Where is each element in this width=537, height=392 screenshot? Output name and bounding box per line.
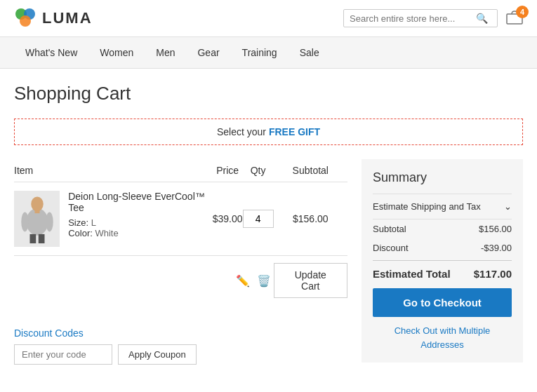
col-header-item: Item — [14, 159, 213, 182]
checkout-button[interactable]: Go to Checkout — [373, 288, 512, 317]
header: LUMA 🔍 4 — [0, 0, 537, 37]
cart-table: Item Price Qty Subtotal — [14, 159, 347, 306]
item-info-cell: Deion Long-Sleeve EverCool™ Tee Size: L … — [14, 191, 213, 247]
estimate-shipping-chevron: ⌄ — [504, 201, 512, 212]
col-header-price: Price — [213, 159, 243, 182]
header-right: 🔍 4 — [343, 9, 523, 27]
nav-item-training[interactable]: Training — [231, 37, 289, 68]
nav-item-gear[interactable]: Gear — [186, 37, 230, 68]
free-gift-prefix: Select your — [217, 126, 269, 137]
subtotal-value: $156.00 — [479, 224, 512, 234]
search-box: 🔍 — [343, 9, 498, 27]
svg-point-7 — [31, 197, 44, 212]
logo[interactable]: LUMA — [14, 7, 93, 29]
svg-rect-9 — [29, 234, 36, 243]
item-qty-cell — [243, 182, 274, 256]
nav-item-whats-new[interactable]: What's New — [14, 37, 88, 68]
cart-icon-wrap[interactable]: 4 — [506, 10, 523, 27]
search-input[interactable] — [350, 13, 476, 24]
svg-point-6 — [46, 212, 53, 231]
apply-coupon-button[interactable]: Apply Coupon — [118, 344, 197, 365]
total-value: $117.00 — [474, 268, 512, 280]
estimate-shipping-label: Estimate Shipping and Tax — [373, 201, 481, 212]
product-image-svg — [16, 194, 58, 243]
svg-rect-8 — [34, 210, 39, 213]
item-name: Deion Long-Sleeve EverCool™ Tee — [68, 191, 213, 213]
estimate-shipping-row[interactable]: Estimate Shipping and Tax ⌄ — [373, 194, 512, 219]
cart-main: Item Price Qty Subtotal — [14, 159, 347, 365]
update-cart-button[interactable]: Update Cart — [274, 263, 347, 298]
item-details: Deion Long-Sleeve EverCool™ Tee Size: L … — [68, 191, 213, 238]
free-gift-banner: Select your FREE GIFT — [14, 119, 523, 145]
discount-value: -$39.00 — [481, 243, 512, 253]
table-row: Deion Long-Sleeve EverCool™ Tee Size: L … — [14, 182, 347, 256]
discount-input-row: Apply Coupon — [14, 344, 347, 365]
item-size: Size: L — [68, 217, 213, 228]
item-subtotal: $156.00 — [274, 182, 347, 256]
update-cart-cell: Update Cart — [274, 256, 347, 307]
summary-box: Summary Estimate Shipping and Tax ⌄ Subt… — [362, 159, 523, 363]
summary-discount-row: Discount -$39.00 — [373, 238, 512, 257]
qty-input[interactable] — [243, 210, 274, 228]
multi-address-link[interactable]: Check Out with Multiple Addresses — [373, 324, 512, 351]
discount-label-summary: Discount — [373, 243, 409, 253]
summary-title: Summary — [373, 170, 512, 185]
nav-item-men[interactable]: Men — [145, 37, 186, 68]
item-image — [14, 191, 60, 247]
logo-text: LUMA — [42, 9, 93, 27]
page-content: Shopping Cart Select your FREE GIFT Item… — [0, 69, 537, 379]
edit-button[interactable]: ✏️ — [236, 274, 250, 288]
logo-icon — [14, 7, 37, 29]
item-color: Color: White — [68, 228, 213, 238]
cart-sidebar: Summary Estimate Shipping and Tax ⌄ Subt… — [362, 159, 523, 365]
search-button[interactable]: 🔍 — [476, 13, 488, 24]
action-icons-cell: ✏️ 🗑️ — [14, 256, 274, 307]
cart-count: 4 — [516, 6, 529, 18]
main-nav: What's New Women Men Gear Training Sale — [0, 37, 537, 69]
total-label: Estimated Total — [373, 268, 451, 280]
summary-subtotal-row: Subtotal $156.00 — [373, 219, 512, 238]
free-gift-link[interactable]: FREE GIFT — [269, 126, 320, 137]
item-price: $39.00 — [213, 182, 243, 256]
summary-total-row: Estimated Total $117.00 — [373, 260, 512, 288]
svg-rect-10 — [38, 234, 44, 243]
nav-item-women[interactable]: Women — [88, 37, 145, 68]
coupon-input[interactable] — [14, 344, 112, 365]
cart-layout: Item Price Qty Subtotal — [14, 159, 523, 365]
subtotal-label: Subtotal — [373, 224, 406, 234]
discount-section: Discount Codes Apply Coupon — [14, 327, 347, 365]
cart-actions-row: ✏️ 🗑️ Update Cart — [14, 256, 347, 307]
svg-point-2 — [20, 15, 31, 27]
col-header-subtotal: Subtotal — [274, 159, 347, 182]
svg-point-5 — [21, 212, 29, 231]
nav-item-sale[interactable]: Sale — [289, 37, 331, 68]
action-icons: ✏️ 🗑️ — [14, 274, 274, 288]
col-header-qty: Qty — [243, 159, 274, 182]
discount-label[interactable]: Discount Codes — [14, 327, 347, 339]
delete-button[interactable]: 🗑️ — [257, 274, 271, 288]
page-title: Shopping Cart — [14, 83, 523, 104]
